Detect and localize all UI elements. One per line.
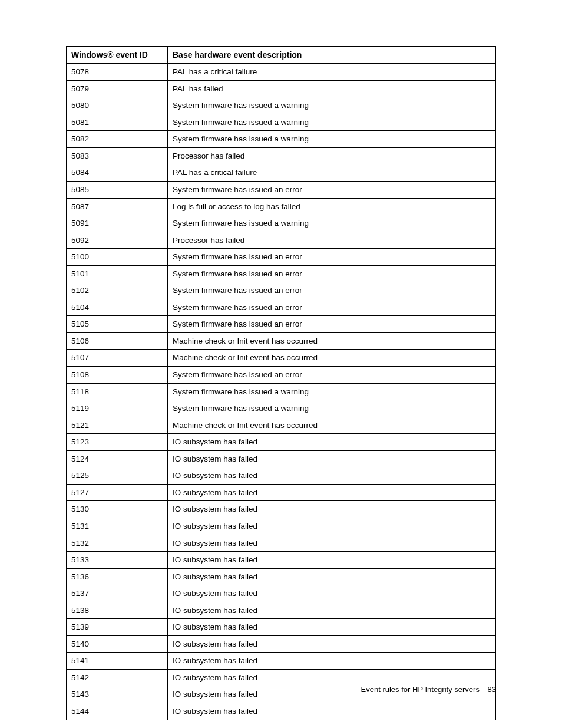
cell-event-id: 5091 bbox=[67, 215, 168, 232]
cell-event-desc: System firmware has issued a warning bbox=[168, 114, 496, 131]
cell-event-desc: IO subsystem has failed bbox=[168, 450, 496, 467]
cell-event-desc: Processor has failed bbox=[168, 147, 496, 164]
cell-event-id: 5106 bbox=[67, 332, 168, 350]
cell-event-desc: IO subsystem has failed bbox=[168, 602, 496, 619]
cell-event-id: 5118 bbox=[67, 383, 168, 400]
cell-event-id: 5092 bbox=[67, 232, 168, 249]
cell-event-id: 5132 bbox=[67, 535, 168, 552]
cell-event-desc: System firmware has issued an error bbox=[168, 249, 496, 266]
cell-event-id: 5127 bbox=[67, 484, 168, 501]
table-row: 5142IO subsystem has failed bbox=[67, 669, 496, 686]
table-row: 5133IO subsystem has failed bbox=[67, 552, 496, 569]
cell-event-id: 5142 bbox=[67, 669, 168, 686]
cell-event-desc: IO subsystem has failed bbox=[168, 568, 496, 585]
cell-event-desc: System firmware has issued an error bbox=[168, 182, 496, 199]
page: Windows® event ID Base hardware event de… bbox=[0, 0, 562, 728]
event-table: Windows® event ID Base hardware event de… bbox=[66, 46, 496, 720]
cell-event-desc: IO subsystem has failed bbox=[168, 434, 496, 451]
table-row: 5087Log is full or access to log has fai… bbox=[67, 198, 496, 215]
cell-event-id: 5131 bbox=[67, 518, 168, 535]
cell-event-desc: IO subsystem has failed bbox=[168, 653, 496, 670]
table-row: 5141IO subsystem has failed bbox=[67, 653, 496, 670]
cell-event-desc: System firmware has issued an error bbox=[168, 265, 496, 282]
table-row: 5119System firmware has issued a warning bbox=[67, 400, 496, 417]
cell-event-desc: IO subsystem has failed bbox=[168, 467, 496, 485]
cell-event-desc: IO subsystem has failed bbox=[168, 669, 496, 686]
table-row: 5139IO subsystem has failed bbox=[67, 619, 496, 636]
table-header-row: Windows® event ID Base hardware event de… bbox=[67, 47, 496, 64]
cell-event-id: 5136 bbox=[67, 568, 168, 585]
cell-event-id: 5119 bbox=[67, 400, 168, 417]
cell-event-id: 5079 bbox=[67, 80, 168, 97]
table-row: 5085System firmware has issued an error bbox=[67, 182, 496, 199]
cell-event-desc: Machine check or Init event has occurred bbox=[168, 350, 496, 367]
cell-event-desc: System firmware has issued an error bbox=[168, 367, 496, 384]
table-row: 5132IO subsystem has failed bbox=[67, 535, 496, 552]
cell-event-desc: PAL has failed bbox=[168, 80, 496, 97]
table-row: 5107Machine check or Init event has occu… bbox=[67, 350, 496, 367]
cell-event-id: 5121 bbox=[67, 417, 168, 434]
cell-event-desc: IO subsystem has failed bbox=[168, 518, 496, 535]
cell-event-id: 5101 bbox=[67, 265, 168, 282]
cell-event-desc: Machine check or Init event has occurred bbox=[168, 417, 496, 434]
header-event-desc: Base hardware event description bbox=[168, 47, 496, 64]
table-row: 5100System firmware has issued an error bbox=[67, 249, 496, 266]
cell-event-desc: IO subsystem has failed bbox=[168, 484, 496, 501]
cell-event-id: 5100 bbox=[67, 249, 168, 266]
table-row: 5123IO subsystem has failed bbox=[67, 434, 496, 451]
table-row: 5108System firmware has issued an error bbox=[67, 367, 496, 384]
cell-event-id: 5081 bbox=[67, 114, 168, 131]
cell-event-id: 5085 bbox=[67, 182, 168, 199]
cell-event-id: 5133 bbox=[67, 552, 168, 569]
cell-event-desc: System firmware has issued an error bbox=[168, 316, 496, 333]
cell-event-id: 5087 bbox=[67, 198, 168, 215]
cell-event-desc: System firmware has issued an error bbox=[168, 282, 496, 299]
table-row: 5106Machine check or Init event has occu… bbox=[67, 332, 496, 350]
cell-event-desc: System firmware has issued a warning bbox=[168, 131, 496, 148]
cell-event-id: 5084 bbox=[67, 164, 168, 182]
table-row: 5081System firmware has issued a warning bbox=[67, 114, 496, 131]
table-row: 5124IO subsystem has failed bbox=[67, 450, 496, 467]
cell-event-id: 5082 bbox=[67, 131, 168, 148]
table-row: 5078PAL has a critical failure bbox=[67, 64, 496, 81]
cell-event-id: 5108 bbox=[67, 367, 168, 384]
table-row: 5130IO subsystem has failed bbox=[67, 501, 496, 518]
table-row: 5101System firmware has issued an error bbox=[67, 265, 496, 282]
cell-event-id: 5124 bbox=[67, 450, 168, 467]
footer-text: Event rules for HP Integrity servers bbox=[361, 685, 480, 694]
table-row: 5084PAL has a critical failure bbox=[67, 164, 496, 182]
cell-event-desc: IO subsystem has failed bbox=[168, 535, 496, 552]
table-row: 5125IO subsystem has failed bbox=[67, 467, 496, 485]
table-row: 5137IO subsystem has failed bbox=[67, 585, 496, 602]
table-row: 5138IO subsystem has failed bbox=[67, 602, 496, 619]
cell-event-desc: PAL has a critical failure bbox=[168, 64, 496, 81]
cell-event-desc: IO subsystem has failed bbox=[168, 703, 496, 720]
cell-event-desc: System firmware has issued a warning bbox=[168, 383, 496, 400]
cell-event-desc: System firmware has issued a warning bbox=[168, 400, 496, 417]
cell-event-id: 5141 bbox=[67, 653, 168, 670]
cell-event-id: 5138 bbox=[67, 602, 168, 619]
cell-event-id: 5144 bbox=[67, 703, 168, 720]
table-row: 5131IO subsystem has failed bbox=[67, 518, 496, 535]
cell-event-desc: IO subsystem has failed bbox=[168, 501, 496, 518]
cell-event-desc: Processor has failed bbox=[168, 232, 496, 249]
table-row: 5144IO subsystem has failed bbox=[67, 703, 496, 720]
cell-event-id: 5080 bbox=[67, 97, 168, 114]
table-row: 5104System firmware has issued an error bbox=[67, 299, 496, 316]
cell-event-id: 5123 bbox=[67, 434, 168, 451]
cell-event-desc: System firmware has issued a warning bbox=[168, 97, 496, 114]
cell-event-id: 5083 bbox=[67, 147, 168, 164]
table-row: 5105System firmware has issued an error bbox=[67, 316, 496, 333]
cell-event-desc: IO subsystem has failed bbox=[168, 619, 496, 636]
cell-event-desc: PAL has a critical failure bbox=[168, 164, 496, 182]
table-row: 5080System firmware has issued a warning bbox=[67, 97, 496, 114]
table-row: 5082System firmware has issued a warning bbox=[67, 131, 496, 148]
table-row: 5092Processor has failed bbox=[67, 232, 496, 249]
table-row: 5102System firmware has issued an error bbox=[67, 282, 496, 299]
cell-event-id: 5078 bbox=[67, 64, 168, 81]
cell-event-desc: IO subsystem has failed bbox=[168, 585, 496, 602]
cell-event-id: 5125 bbox=[67, 467, 168, 485]
page-footer: Event rules for HP Integrity servers 83 bbox=[361, 685, 496, 694]
table-row: 5118System firmware has issued a warning bbox=[67, 383, 496, 400]
table-row: 5083Processor has failed bbox=[67, 147, 496, 164]
